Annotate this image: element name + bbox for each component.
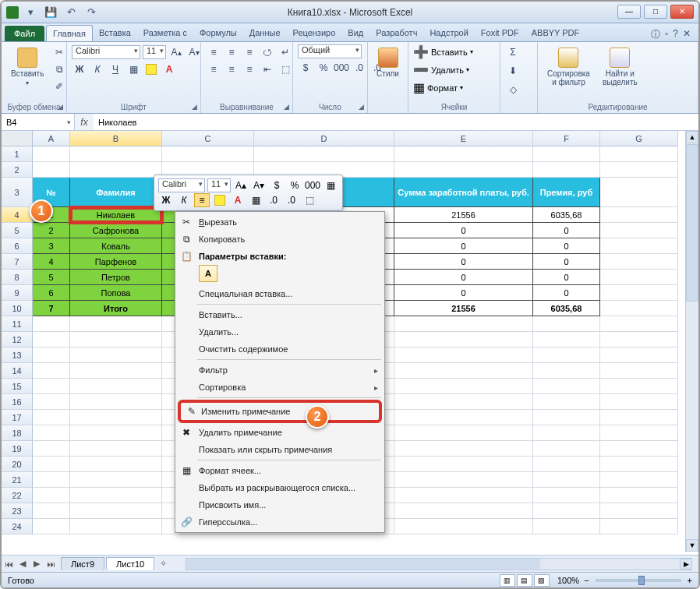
paste-button[interactable]: Вставить▾ [6, 44, 48, 90]
row-header-6[interactable]: 6 [2, 238, 33, 254]
cell[interactable] [70, 488, 162, 503]
styles-button[interactable]: Стили [373, 44, 403, 81]
cm-cut[interactable]: ✂ВВырезатьырезать [175, 213, 384, 231]
ribbon-tab-1[interactable]: Вставка [93, 25, 137, 41]
cell[interactable] [70, 441, 162, 457]
cm-copy[interactable]: ⧉Копировать [175, 231, 384, 248]
sort-filter-button[interactable]: Сортировка и фильтр [543, 44, 595, 90]
cell[interactable] [70, 332, 162, 347]
sheet-nav-first-icon[interactable]: ⏮ [2, 557, 16, 571]
cell[interactable] [394, 457, 533, 472]
mini-italic-button[interactable]: К [176, 193, 192, 207]
cm-hyperlink[interactable]: 🔗Гиперссылка... [175, 513, 384, 531]
cell[interactable]: 6035,68 [533, 301, 600, 316]
name-box[interactable]: B4 [2, 114, 75, 130]
row-header-8[interactable]: 8 [2, 270, 33, 285]
cell[interactable] [533, 347, 600, 363]
cell[interactable] [33, 332, 70, 347]
cell[interactable] [600, 162, 678, 178]
ribbon-tab-5[interactable]: Рецензиро [287, 25, 342, 41]
cell[interactable] [533, 410, 600, 425]
cell[interactable] [70, 363, 162, 379]
cm-delete-note[interactable]: ✖Удалить примечание [175, 424, 384, 441]
format-painter-icon[interactable]: ✐ [51, 79, 67, 94]
cell[interactable] [600, 394, 678, 410]
number-format-combo[interactable]: Общий [298, 44, 362, 58]
cell[interactable]: 6035,68 [533, 207, 600, 223]
shrink-font-icon[interactable]: A▾ [186, 44, 202, 60]
scroll-down-icon[interactable]: ▼ [686, 539, 698, 552]
worksheet-grid[interactable]: ABCDEFG 12345678910111213141516171819202… [2, 131, 698, 552]
cell[interactable] [533, 394, 600, 410]
cell[interactable] [394, 425, 533, 441]
table-header[interactable]: Фамилия [70, 178, 162, 207]
cell[interactable]: 0 [533, 238, 600, 254]
cell[interactable] [394, 519, 533, 534]
cell[interactable] [600, 270, 678, 285]
cell[interactable] [533, 519, 600, 534]
scroll-right-icon[interactable]: ▶ [680, 559, 692, 570]
paste-option-values[interactable]: A [199, 265, 217, 282]
col-header-D[interactable]: D [254, 131, 394, 146]
row-header-19[interactable]: 19 [2, 441, 33, 457]
cell[interactable] [394, 162, 533, 178]
ribbon-tab-7[interactable]: Разработч [369, 25, 423, 41]
cell[interactable] [600, 410, 678, 425]
row-header-1[interactable]: 1 [2, 146, 33, 162]
cm-clear[interactable]: Очистить содержимое [175, 340, 384, 358]
zoom-in-icon[interactable]: + [688, 576, 692, 585]
cell[interactable] [70, 472, 162, 488]
cell[interactable] [33, 441, 70, 457]
cell[interactable] [533, 363, 600, 379]
cm-format-cells[interactable]: ▦Формат ячеек... [175, 462, 384, 479]
cell[interactable] [70, 347, 162, 363]
sheet-nav-next-icon[interactable]: ▶ [30, 557, 44, 571]
cell[interactable]: 5 [33, 270, 70, 285]
cell[interactable] [533, 503, 600, 519]
cell[interactable] [600, 425, 678, 441]
font-family-combo[interactable]: Calibri [72, 45, 140, 59]
cm-filter[interactable]: Фильтр▸ [175, 362, 384, 379]
cell[interactable] [254, 146, 394, 162]
col-header-G[interactable]: G [600, 131, 678, 146]
inc-decimal-icon[interactable]: .0 [352, 60, 367, 76]
cell[interactable] [533, 162, 600, 178]
mini-currency-icon[interactable]: $ [269, 178, 285, 192]
mini-font-combo[interactable]: Calibri [158, 178, 205, 192]
surname-cell[interactable]: Итого [70, 301, 162, 316]
vertical-scrollbar[interactable]: ▲ ▼ [685, 131, 698, 552]
qat-dropdown[interactable]: ▾ [22, 4, 39, 21]
row-header-21[interactable]: 21 [2, 472, 33, 488]
new-sheet-icon[interactable]: ✧ [156, 557, 170, 571]
orientation-icon[interactable]: ⭯ [260, 44, 275, 60]
ribbon-minimize-icon[interactable]: ▫ [665, 28, 668, 41]
grow-font-icon[interactable]: A▴ [168, 44, 184, 60]
cell[interactable] [533, 379, 600, 394]
sheet-tab-Лист10[interactable]: Лист10 [106, 557, 154, 570]
cell[interactable] [533, 488, 600, 503]
cell[interactable]: 0 [394, 285, 533, 301]
mini-inc-decimal-icon[interactable]: .0 [284, 193, 299, 207]
cell[interactable] [600, 223, 678, 238]
cell[interactable] [394, 488, 533, 503]
cell[interactable] [600, 146, 678, 162]
mini-percent-icon[interactable]: % [287, 178, 302, 192]
col-header-B[interactable]: B [70, 131, 162, 146]
row-header-20[interactable]: 20 [2, 457, 33, 472]
cell[interactable] [33, 316, 70, 332]
bold-button[interactable]: Ж [72, 62, 87, 77]
ribbon-tab-9[interactable]: Foxit PDF [475, 25, 525, 41]
surname-cell[interactable]: Парфенов [70, 254, 162, 270]
close-button[interactable]: ✕ [670, 5, 694, 19]
mini-grow-font-icon[interactable]: A▴ [233, 178, 249, 192]
cell[interactable] [600, 316, 678, 332]
sheet-nav-prev-icon[interactable]: ◀ [16, 557, 30, 571]
cell[interactable] [33, 519, 70, 534]
row-header-24[interactable]: 24 [2, 519, 33, 534]
scroll-up-icon[interactable]: ▲ [686, 131, 698, 143]
cell[interactable] [533, 316, 600, 332]
cell[interactable] [394, 394, 533, 410]
col-header-A[interactable]: A [33, 131, 70, 146]
cell[interactable]: 0 [394, 254, 533, 270]
cell[interactable] [600, 285, 678, 301]
